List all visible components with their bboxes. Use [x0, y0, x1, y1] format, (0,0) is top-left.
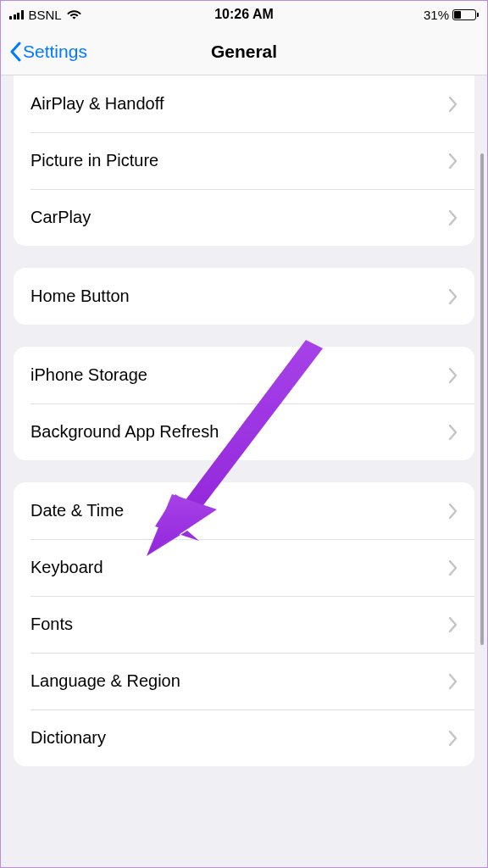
row-label: Picture in Picture — [30, 151, 449, 170]
content-scroll[interactable]: AirPlay & Handoff Picture in Picture Car… — [1, 75, 487, 867]
chevron-right-icon — [449, 504, 458, 519]
wifi-icon — [67, 8, 81, 22]
row-background-app-refresh[interactable]: Background App Refresh — [14, 403, 474, 460]
row-picture-in-picture[interactable]: Picture in Picture — [14, 132, 474, 189]
row-label: AirPlay & Handoff — [30, 94, 449, 114]
row-fonts[interactable]: Fonts — [14, 596, 474, 653]
row-label: Date & Time — [30, 501, 449, 520]
chevron-right-icon — [449, 368, 458, 383]
chevron-left-icon — [9, 42, 21, 62]
row-label: Dictionary — [30, 728, 449, 748]
chevron-right-icon — [449, 210, 458, 225]
time-label: 10:26 AM — [166, 7, 323, 22]
row-airplay-handoff[interactable]: AirPlay & Handoff — [14, 75, 474, 132]
row-dictionary[interactable]: Dictionary — [14, 709, 474, 766]
chevron-right-icon — [449, 731, 458, 746]
status-bar: BSNL 10:26 AM 31% — [1, 1, 487, 28]
row-home-button[interactable]: Home Button — [14, 268, 474, 325]
row-label: CarPlay — [30, 208, 449, 227]
back-button[interactable]: Settings — [9, 42, 87, 62]
cell-signal-icon — [9, 9, 24, 19]
row-iphone-storage[interactable]: iPhone Storage — [14, 347, 474, 403]
chevron-right-icon — [449, 674, 458, 689]
battery-percent: 31% — [424, 8, 449, 22]
chevron-right-icon — [449, 560, 458, 576]
carrier-label: BSNL — [29, 8, 62, 22]
back-label: Settings — [23, 42, 87, 62]
row-label: iPhone Storage — [30, 365, 449, 385]
settings-group: iPhone Storage Background App Refresh — [14, 347, 474, 460]
row-language-region[interactable]: Language & Region — [14, 653, 474, 709]
chevron-right-icon — [449, 289, 458, 304]
settings-group: Home Button — [14, 268, 474, 325]
chevron-right-icon — [449, 617, 458, 632]
settings-group: Date & Time Keyboard Fonts Language & Re… — [14, 482, 474, 766]
nav-bar: Settings General — [1, 28, 487, 75]
row-carplay[interactable]: CarPlay — [14, 189, 474, 246]
row-label: Language & Region — [30, 671, 449, 691]
scrollbar-indicator — [480, 153, 484, 645]
row-date-time[interactable]: Date & Time — [14, 482, 474, 539]
row-label: Home Button — [30, 287, 449, 306]
chevron-right-icon — [449, 425, 458, 440]
battery-icon — [452, 9, 479, 20]
row-label: Fonts — [30, 615, 449, 634]
row-keyboard[interactable]: Keyboard — [14, 539, 474, 596]
row-label: Keyboard — [30, 558, 449, 577]
row-label: Background App Refresh — [30, 422, 449, 442]
chevron-right-icon — [449, 97, 458, 112]
settings-group: AirPlay & Handoff Picture in Picture Car… — [14, 75, 474, 246]
chevron-right-icon — [449, 153, 458, 169]
